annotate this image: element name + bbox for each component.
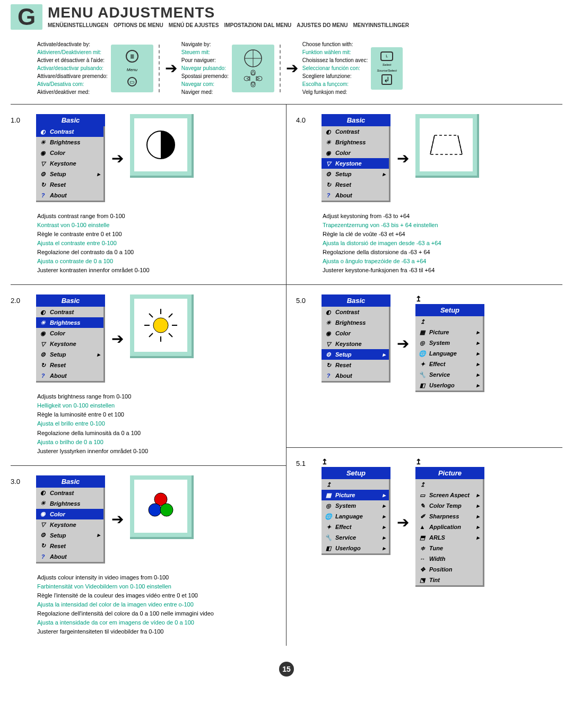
- page-title: MENU ADJUSTMENTS: [48, 4, 562, 21]
- result-color: [130, 475, 194, 539]
- system-icon: ◎: [419, 339, 426, 346]
- arrow-icon: ➔: [397, 150, 409, 167]
- svg-line-15: [169, 314, 172, 317]
- section-1-desc: Adjusts contrast range from 0-100Kontras…: [11, 207, 286, 285]
- back-icon: ↥: [322, 457, 390, 466]
- arrow-icon: ➔: [397, 514, 409, 531]
- section-2-desc: Adjusts brightness range from 0-100Helli…: [11, 388, 286, 465]
- choose-text: Choose function with: Funktion wählen mi…: [302, 40, 368, 96]
- nav-pad-icon: [232, 45, 274, 92]
- arrow-icon: ➔: [111, 150, 124, 167]
- colortemp-icon: ✎: [419, 502, 426, 509]
- contrast-icon: ◐: [39, 128, 47, 135]
- setup-menu: Setup ↥ ▦Picture▸ ◎System▸ 🌐Language▸ ✦E…: [322, 467, 390, 555]
- result-contrast: [130, 114, 194, 178]
- basic-menu: Basic ◐Contrast ☀Brightness ◉Color ▽Keys…: [36, 475, 105, 564]
- menu-button-icon: ≣ Menu ▭: [111, 45, 153, 92]
- svg-line-20: [430, 135, 435, 154]
- userlogo-icon: ◧: [419, 382, 426, 389]
- svg-point-19: [160, 504, 173, 516]
- svg-line-13: [149, 314, 153, 317]
- result-keystone: [415, 114, 479, 178]
- section-2: 2.0 Basic ◐Contrast ☀Brightness ◉Color ▽…: [11, 285, 286, 388]
- aspect-icon: ▭: [419, 491, 426, 499]
- section-number: 5.1: [296, 457, 315, 467]
- tint-icon: ⬔: [419, 576, 426, 584]
- page-number: 15: [279, 662, 294, 677]
- arrow-icon: ➔: [165, 59, 177, 77]
- sharpness-icon: ✐: [419, 513, 426, 520]
- section-3-desc: Adjusts colour intensity in video images…: [11, 569, 286, 646]
- intro-row: Activate/deactivate by: Aktivieren/Deakt…: [11, 30, 562, 105]
- section-number: 3.0: [11, 475, 30, 486]
- section-number: 1.0: [11, 114, 30, 124]
- select-button-icon: L Select Source/Select ↲: [371, 47, 403, 90]
- back-icon: ↥: [419, 318, 426, 325]
- section-number: 2.0: [11, 294, 30, 305]
- section-number: 5.0: [296, 294, 315, 305]
- tune-icon: ≑: [419, 544, 426, 552]
- basic-menu: Basic ◐Contrast ☀Brightness ◉Color ▽Keys…: [36, 114, 105, 202]
- service-icon: 🔧: [419, 371, 426, 378]
- svg-line-16: [149, 333, 153, 337]
- about-icon: ?: [39, 192, 47, 199]
- arrow-icon: ➔: [111, 330, 124, 348]
- basic-menu: Basic ◐Contrast ☀Brightness ◉Color ▽Keys…: [36, 294, 105, 383]
- picture-menu: Picture ↥ ▭Screen Aspect▸ ✎Color Temp▸ ✐…: [415, 467, 484, 587]
- section-1: 1.0 Basic ◐Contrast ☀Brightness ◉Color ▽…: [11, 105, 286, 207]
- setup-icon: ⚙: [39, 170, 47, 178]
- keystone-icon: ▽: [39, 160, 47, 167]
- section-4-desc: Adjust keystoning from -63 to +64Trapeze…: [286, 207, 562, 285]
- svg-line-21: [458, 135, 462, 154]
- svg-point-8: [153, 318, 168, 333]
- basic-menu: Basic ◐Contrast ☀Brightness ◉Color ▽Keys…: [322, 114, 390, 202]
- color-icon: ◉: [39, 149, 47, 157]
- width-icon: ↔: [419, 555, 426, 562]
- svg-point-18: [149, 504, 161, 516]
- section-badge: G: [11, 4, 42, 30]
- arrow-icon: ➔: [286, 59, 298, 77]
- section-3: 3.0 Basic ◐Contrast ☀Brightness ◉Color ▽…: [11, 466, 286, 569]
- picture-icon: ▦: [419, 328, 426, 336]
- reset-icon: ↻: [39, 181, 47, 188]
- setup-menu: Setup ↥ ▦Picture▸ ◎System▸ 🌐Language▸ ✦E…: [415, 304, 484, 392]
- section-5-1: 5.1 ↥ Setup ↥ ▦Picture▸ ◎System▸ 🌐Langua…: [286, 448, 562, 592]
- section-4: 4.0 Basic ◐Contrast ☀Brightness ◉Color ▽…: [286, 105, 562, 207]
- arls-icon: ⬒: [419, 534, 426, 541]
- section-5: 5.0 Basic ◐Contrast ☀Brightness ◉Color ▽…: [286, 285, 562, 397]
- application-icon: ▲: [419, 523, 426, 531]
- brightness-icon: ☀: [39, 138, 47, 146]
- arrow-icon: ➔: [397, 335, 409, 352]
- subtitle-row: MENÜEINSTELLUNGENOPTIONS DE MENUMENÚ DE …: [48, 22, 562, 28]
- language-icon: 🌐: [419, 350, 426, 357]
- back-icon: ↥: [415, 294, 484, 303]
- section-number: 4.0: [296, 114, 315, 124]
- back-icon: ↥: [415, 457, 484, 466]
- effect-icon: ✦: [419, 360, 426, 368]
- navigate-text: Navigate by: Steuern mit: Pour naviguer:…: [181, 40, 229, 96]
- arrow-icon: ➔: [111, 510, 124, 528]
- page-header: G MENU ADJUSTMENTS MENÜEINSTELLUNGENOPTI…: [11, 0, 562, 30]
- svg-line-14: [169, 333, 172, 337]
- section-5-desc: [286, 397, 562, 448]
- position-icon: ✥: [419, 566, 426, 573]
- result-brightness: [130, 294, 194, 358]
- activate-text: Activate/deactivate by: Aktivieren/Deakt…: [37, 40, 108, 96]
- basic-menu: Basic ◐Contrast ☀Brightness ◉Color ▽Keys…: [322, 294, 390, 383]
